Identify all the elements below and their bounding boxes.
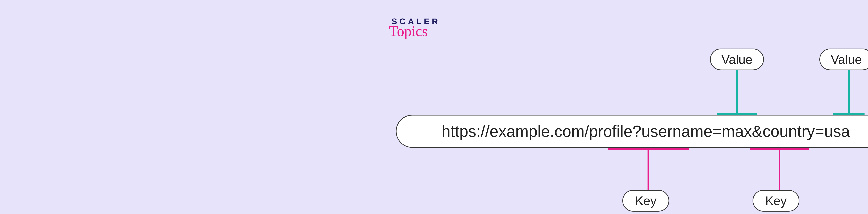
connector-value-1 [717, 70, 757, 115]
connector-key-2 [750, 148, 809, 190]
value-label-2: Value [819, 48, 868, 70]
connector-key-1 [608, 148, 689, 190]
value-label-1: Value [710, 48, 764, 70]
brand-logo: SCALER Topics [392, 17, 440, 38]
brand-logo-sub: Topics [389, 24, 440, 38]
url-text: https://example.com/profile?username=max… [442, 122, 850, 140]
connector-value-2 [833, 70, 865, 115]
key-label-1: Key [622, 190, 669, 212]
url-display: https://example.com/profile?username=max… [396, 115, 868, 148]
key-label-2: Key [752, 190, 799, 212]
